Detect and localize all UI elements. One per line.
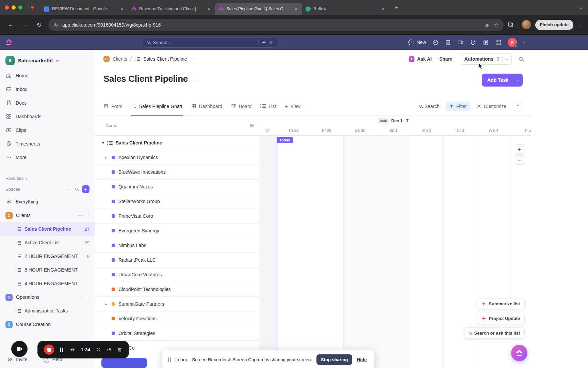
expand-row-icon[interactable]: ▸ — [105, 155, 107, 160]
task-check-icon[interactable] — [432, 39, 439, 46]
browser-tab-revenue-tracking[interactable]: Revenue Tracking and Client | × — [128, 3, 215, 15]
ask-ai-button[interactable]: Ask AI — [409, 56, 432, 62]
ai-label[interactable]: AI — [269, 40, 274, 45]
browser-profile-avatar[interactable] — [522, 20, 531, 29]
add-space-button[interactable]: + — [82, 185, 89, 193]
site-settings-icon[interactable] — [53, 22, 59, 28]
task-name[interactable]: Velocity Creations — [118, 316, 157, 321]
bookmark-star-icon[interactable]: ☆ — [494, 21, 499, 28]
space-add-icon[interactable]: + — [87, 212, 89, 218]
gantt-row[interactable]: Quantum Nexus — [95, 180, 259, 194]
task-name[interactable]: UrbanCore Ventures — [118, 272, 162, 277]
new-tab-button[interactable]: + — [392, 3, 402, 12]
back-button[interactable]: ← — [5, 20, 16, 30]
task-name[interactable]: SummitGate Partners — [118, 301, 164, 307]
space-row-operations[interactable]: O Operations ⋯ + — [0, 290, 95, 304]
gantt-row[interactable]: RadiantPeak LLC — [95, 253, 259, 267]
space-options-icon[interactable]: ⋯ — [77, 294, 83, 300]
browser-menu-kebab-icon[interactable]: ⋮ — [577, 22, 583, 28]
view-search-button[interactable]: Search — [419, 104, 439, 109]
add-task-button[interactable]: Add Task — [482, 74, 523, 87]
install-app-icon[interactable] — [484, 22, 490, 28]
clickup-ai-bubble-button[interactable] — [511, 345, 527, 361]
zoom-in-button[interactable]: + — [515, 144, 524, 154]
task-name[interactable]: Orbital Strategies — [118, 331, 155, 336]
gantt-row[interactable]: Velocity Creations — [95, 311, 259, 326]
gantt-row[interactable]: PrimeVista Corp — [95, 209, 259, 224]
zoom-out-button[interactable]: − — [515, 155, 524, 165]
clickup-logo[interactable] — [5, 39, 12, 46]
breadcrumb-space[interactable]: Clients — [113, 56, 127, 62]
new-button[interactable]: + New — [408, 40, 426, 45]
filter-button[interactable]: Filter — [446, 102, 470, 111]
browser-tab-review-document[interactable]: REVIEW Document - Google × — [41, 3, 128, 15]
gantt-group-row[interactable]: ▾ Sales Client Pipeline — [95, 136, 259, 150]
expand-row-icon[interactable]: ▸ — [105, 302, 107, 306]
reminder-clock-icon[interactable] — [470, 39, 476, 46]
extensions-puzzle-icon[interactable] — [508, 22, 513, 28]
stop-sharing-button[interactable]: Stop sharing — [316, 354, 352, 365]
breadcrumb-options-icon[interactable]: ⋯ — [190, 56, 196, 62]
minimize-window-button[interactable] — [12, 5, 16, 10]
automations-button[interactable]: Automations 3 — [460, 53, 512, 65]
apps-grid-icon[interactable] — [495, 39, 502, 46]
gantt-row[interactable]: UrbanCore Ventures — [95, 267, 259, 282]
sidebar-item-docs[interactable]: Docs — [0, 96, 95, 110]
gantt-row[interactable]: ▸ SummitGate Partners — [95, 297, 259, 311]
gantt-row[interactable]: CloudPoint Technologies — [95, 282, 259, 297]
search-icon[interactable] — [519, 57, 523, 61]
spaces-options-icon[interactable]: ⋯ — [66, 186, 71, 192]
task-name[interactable]: Quantum Nexus — [118, 184, 153, 189]
browser-tab-reflow[interactable]: Reflow × — [302, 3, 389, 15]
close-tab-icon[interactable]: × — [119, 6, 125, 12]
gantt-row[interactable]: ▸ Apexion Dynamics — [95, 150, 259, 165]
forward-button[interactable]: → — [20, 20, 30, 30]
stop-recording-button[interactable] — [44, 344, 54, 355]
tab-board[interactable]: Board — [231, 97, 251, 116]
tab-add-view[interactable]: + View — [285, 97, 300, 116]
list-item-8-hour-engagement[interactable]: 8 HOUR ENGAGEMENT — [0, 263, 95, 277]
reload-button[interactable]: ↻ — [34, 20, 44, 30]
close-tab-icon[interactable]: × — [293, 6, 299, 12]
clip-video-icon[interactable] — [457, 39, 464, 46]
tab-form[interactable]: Form — [103, 97, 122, 116]
restart-recording-icon[interactable]: ↺ — [107, 347, 111, 353]
add-column-icon[interactable]: ⊕ — [249, 122, 254, 129]
task-name[interactable]: CloudPoint Technologies — [118, 287, 171, 292]
gantt-row[interactable]: Orbital Strategies — [95, 326, 259, 341]
sidebar-item-clips[interactable]: Clips — [0, 123, 95, 137]
rewind-button[interactable] — [69, 347, 75, 353]
zoom-window-button[interactable] — [18, 5, 22, 10]
collapse-group-icon[interactable]: ▾ — [102, 141, 104, 145]
tab-dashboard[interactable]: Dashboard — [191, 97, 223, 116]
task-name[interactable]: BlueWave Innovations — [118, 169, 166, 175]
summarize-list-button[interactable]: Summarize list — [477, 298, 525, 309]
sidebar-item-dashboards[interactable]: Dashboards — [0, 110, 95, 123]
dots-grid-icon[interactable] — [96, 347, 101, 352]
finish-update-button[interactable]: Finish update — [535, 20, 574, 30]
address-bar[interactable]: app.clickup.com/9016004150/v/g/8cpakhp-9… — [48, 19, 504, 31]
delete-recording-button[interactable] — [117, 347, 122, 352]
browser-tab-sales-pipeline[interactable]: Sales Piepline Gnatt | Sales C × — [215, 3, 302, 15]
close-tab-icon[interactable]: × — [380, 6, 386, 12]
list-item-sales-client-pipeline[interactable]: Sales Client Pipeline 27 — [0, 222, 95, 236]
invite-button[interactable]: Invite — [7, 357, 27, 363]
project-update-button[interactable]: Project Update — [477, 313, 525, 324]
close-window-button[interactable] — [5, 5, 9, 10]
avatar-chevron-icon[interactable] — [523, 41, 525, 43]
user-avatar[interactable]: A — [508, 38, 517, 47]
tab-list[interactable]: List — [260, 97, 276, 116]
favorites-header[interactable]: Favorites › — [0, 173, 95, 183]
space-row-clients[interactable]: C Clients ⋯ + — [0, 209, 95, 222]
workspace-switcher[interactable]: S Salesmarketfit — [0, 52, 95, 69]
task-name[interactable]: Nimbus Labs — [118, 243, 146, 248]
docs-page-icon[interactable] — [483, 39, 489, 46]
space-add-icon[interactable]: + — [87, 294, 89, 300]
sidebar-item-everything[interactable]: Everything — [0, 195, 95, 209]
task-name[interactable]: Apexion Dynamics — [118, 155, 158, 160]
sidebar-item-more[interactable]: More — [0, 151, 95, 164]
global-search-input[interactable]: Search... AI — [142, 37, 278, 48]
space-row-course-creation[interactable]: C Course Creation — [0, 318, 95, 331]
sidebar-item-inbox[interactable]: Inbox — [0, 82, 95, 96]
sidebar-item-home[interactable]: Home — [0, 69, 95, 82]
